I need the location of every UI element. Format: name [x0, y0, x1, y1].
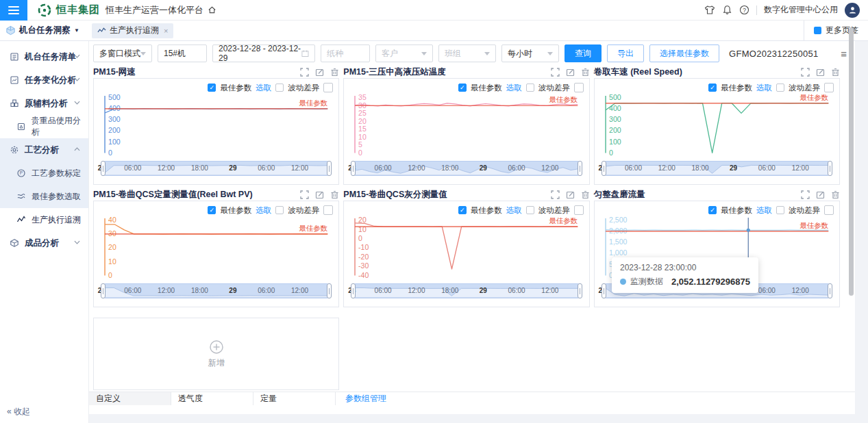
sidebar-item-机台任务清单[interactable]: 机台任务清单	[0, 45, 88, 68]
datazoom-right-handle[interactable]	[578, 161, 582, 176]
vertical-scrollbar[interactable]	[849, 27, 854, 296]
datazoom-left-handle[interactable]	[101, 161, 106, 176]
edit-icon[interactable]	[315, 68, 324, 77]
user-avatar[interactable]	[845, 3, 860, 18]
bottom-tab-自定义[interactable]: 自定义	[89, 392, 171, 405]
datazoom-slider[interactable]: 2806:0012:0018:002906:0012:00	[99, 283, 333, 298]
datazoom-slider[interactable]: 2806:0012:0018:002906:0012:00	[349, 283, 583, 298]
add-chart-panel-button[interactable]: 新增	[93, 318, 339, 390]
notification-bell-icon[interactable]	[722, 5, 732, 15]
chart-plot[interactable]: 05101520253035最佳参数	[349, 94, 583, 159]
edit-icon[interactable]	[315, 190, 324, 199]
fluctuation-checkbox[interactable]	[526, 206, 534, 214]
edit-icon[interactable]	[566, 68, 575, 77]
best-param-checkbox[interactable]: ✓	[208, 84, 216, 92]
datazoom-band[interactable]	[604, 161, 830, 176]
pick-link[interactable]: 选取	[756, 205, 772, 216]
delete-icon[interactable]	[330, 190, 339, 199]
datazoom-band[interactable]	[354, 161, 579, 176]
pick-link[interactable]: 选取	[756, 83, 772, 93]
panel-select-checkbox[interactable]	[323, 83, 333, 92]
sidebar-item-工艺参数标定[interactable]: P工艺参数标定	[0, 162, 88, 185]
fluctuation-checkbox[interactable]	[275, 206, 284, 214]
edit-icon[interactable]	[816, 190, 825, 199]
theme-shirt-icon[interactable]	[704, 5, 715, 15]
sidebar-item-成品分析[interactable]: 成品分析	[0, 231, 88, 255]
fullscreen-icon[interactable]	[300, 190, 309, 199]
fullscreen-icon[interactable]	[801, 68, 810, 77]
datazoom-slider[interactable]: 2806:0012:0018:002906:0012:00	[99, 161, 333, 176]
chart-plot[interactable]: 0100200300400500最佳参数	[600, 94, 834, 159]
delete-icon[interactable]	[581, 68, 590, 77]
datazoom-slider[interactable]: 2806:0012:0018:002906:0012:00	[600, 161, 834, 176]
date-range-picker[interactable]: 2023-12-28 - 2023-12-29	[212, 44, 315, 62]
delete-icon[interactable]	[330, 68, 339, 77]
bottom-tab-参数组管理[interactable]: 参数组管理	[336, 392, 396, 405]
best-param-checkbox[interactable]: ✓	[708, 206, 717, 214]
collapse-sidebar-button[interactable]: « 收起	[7, 406, 30, 418]
best-param-checkbox[interactable]: ✓	[708, 84, 717, 92]
query-button[interactable]: 查询	[565, 44, 602, 62]
best-param-checkbox[interactable]: ✓	[208, 206, 216, 214]
panel-select-checkbox[interactable]	[824, 205, 834, 215]
datazoom-left-handle[interactable]	[101, 283, 106, 298]
datazoom-slider[interactable]: 2806:0012:0018:002906:0012:00	[349, 161, 583, 176]
datazoom-left-handle[interactable]	[602, 283, 606, 298]
fluctuation-checkbox[interactable]	[776, 206, 784, 214]
edit-icon[interactable]	[816, 68, 825, 77]
home-icon[interactable]	[208, 5, 216, 14]
datazoom-band[interactable]	[103, 161, 329, 176]
tab-production-trace[interactable]: 生产执行追溯 ×	[92, 23, 173, 38]
chart-plot[interactable]: 010203040最佳参数	[99, 216, 333, 282]
fluctuation-checkbox[interactable]	[526, 84, 534, 92]
panel-select-checkbox[interactable]	[824, 83, 834, 92]
sidebar-item-最佳参数选取[interactable]: 最佳参数选取	[0, 185, 88, 208]
datazoom-right-handle[interactable]	[828, 161, 832, 176]
fluctuation-checkbox[interactable]	[776, 84, 784, 92]
best-param-checkbox[interactable]: ✓	[458, 206, 467, 214]
datazoom-right-handle[interactable]	[327, 283, 332, 298]
pick-link[interactable]: 选取	[506, 205, 522, 216]
sidebar-item-贵重品使用分析[interactable]: 贵重品使用分析	[0, 115, 88, 138]
sidebar-item-工艺分析[interactable]: 工艺分析	[0, 138, 88, 162]
bottom-tab-透气度[interactable]: 透气度	[171, 392, 253, 405]
datazoom-band[interactable]	[103, 283, 329, 298]
fullscreen-icon[interactable]	[551, 68, 560, 77]
fluctuation-checkbox[interactable]	[275, 84, 284, 92]
datazoom-left-handle[interactable]	[351, 283, 356, 298]
panel-select-checkbox[interactable]	[323, 205, 333, 215]
chart-plot[interactable]: 0100200300400500最佳参数	[99, 94, 333, 159]
fullscreen-icon[interactable]	[801, 190, 810, 199]
sidebar-item-任务变化分析[interactable]: 任务变化分析	[0, 68, 88, 92]
machine-input[interactable]: 15#机	[158, 44, 207, 62]
panel-select-checkbox[interactable]	[574, 83, 584, 92]
datazoom-right-handle[interactable]	[828, 283, 832, 298]
bottom-tab-定量[interactable]: 定量	[253, 392, 336, 405]
datazoom-left-handle[interactable]	[351, 161, 356, 176]
pick-link[interactable]: 选取	[506, 83, 522, 93]
help-icon[interactable]: ?	[739, 5, 749, 15]
hamburger-menu-icon[interactable]	[0, 0, 27, 21]
more-tabs-button[interactable]: 更多页签	[804, 21, 868, 40]
sidebar-item-原辅料分析[interactable]: 原辅料分析	[0, 92, 88, 115]
panel-select-checkbox[interactable]	[574, 205, 584, 215]
customer-select[interactable]: 客户	[375, 44, 433, 62]
fullscreen-icon[interactable]	[551, 190, 560, 199]
delete-icon[interactable]	[831, 68, 840, 77]
module-switcher[interactable]: 机台任务洞察 ▼	[0, 25, 89, 36]
list-menu-icon[interactable]: ≡	[841, 48, 847, 60]
pick-link[interactable]: 选取	[256, 83, 271, 93]
best-param-checkbox[interactable]: ✓	[458, 84, 467, 92]
select-best-param-button[interactable]: 选择最佳参数	[649, 44, 719, 62]
fullscreen-icon[interactable]	[300, 68, 309, 77]
chart-plot[interactable]: -40-30-20-1001020最佳参数	[349, 216, 583, 282]
sidebar-item-生产执行追溯[interactable]: 生产执行追溯	[0, 208, 88, 231]
window-mode-select[interactable]: 多窗口模式	[93, 44, 152, 62]
datazoom-right-handle[interactable]	[327, 161, 332, 176]
edit-icon[interactable]	[566, 190, 575, 199]
delete-icon[interactable]	[831, 190, 840, 199]
team-select[interactable]: 班组	[438, 44, 496, 62]
paper-type-input[interactable]: 纸种	[321, 44, 370, 62]
interval-select[interactable]: 每小时	[501, 44, 559, 62]
datazoom-band[interactable]	[354, 283, 579, 298]
